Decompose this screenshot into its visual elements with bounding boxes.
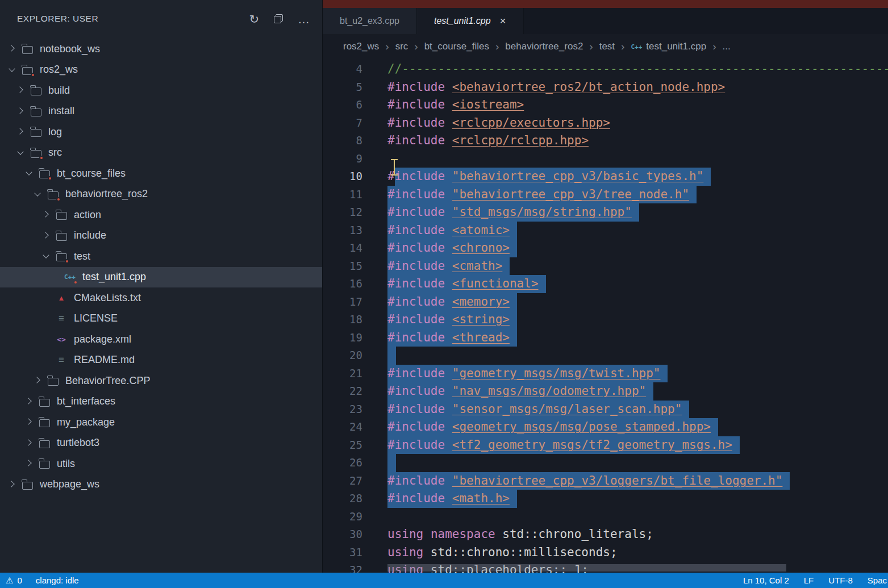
code-line-15[interactable]: 15#include <cmath> [323,257,888,276]
tree-file-LICENSE[interactable]: ≡LICENSE [0,308,322,330]
tree-folder-log[interactable]: log [0,122,322,143]
code-line-10[interactable]: 10#include "behaviortree_cpp_v3/basic_ty… [323,168,888,186]
code-line-14[interactable]: 14#include <chrono> [323,239,888,257]
code-line-4[interactable]: 4//-------------------------------------… [323,60,888,78]
eol-indicator[interactable]: LF [804,576,814,585]
code-line-7[interactable]: 7#include <rclcpp/executors.hpp> [323,114,888,132]
code-token: #include [387,331,445,344]
tree-file-README.md[interactable]: ≡README.md [0,350,322,371]
breadcrumb-item-ros2_ws[interactable]: ros2_ws [343,41,379,52]
code-line-28[interactable]: 28#include <math.h> [323,490,888,508]
line-number: 12 [323,203,362,222]
code-line-16[interactable]: 16#include <functional> [323,275,888,293]
code-token: <rclcpp/executors.hpp> [452,116,610,130]
breadcrumb-item-test_unit1.cpp[interactable]: C++test_unit1.cpp [631,41,706,52]
tree-file-CMakeLists.txt[interactable]: ▲CMakeLists.txt [0,287,322,308]
tree-folder-bt_course_files[interactable]: bt_course_files [0,163,322,184]
code-line-12[interactable]: 12#include "std_msgs/msg/string.hpp" [323,203,888,222]
code-line-30[interactable]: 30using namespace std::chrono_literals; [323,526,888,544]
code-line-25[interactable]: 25#include <tf2_geometry_msgs/tf2_geomet… [323,436,888,454]
selection-highlight: #include <thread> [387,329,517,347]
tree-folder-build[interactable]: build [0,80,322,101]
tree-folder-utils[interactable]: utils [0,453,322,474]
tree-file-test_unit1.cpp[interactable]: C++test_unit1.cpp [0,267,322,288]
code-token [445,420,452,433]
code-line-26[interactable]: 26 [323,454,888,472]
breadcrumb-item-behaviortree_ros2[interactable]: behaviortree_ros2 [505,41,583,52]
close-icon[interactable]: × [500,15,506,27]
more-actions-icon[interactable]: … [298,13,310,25]
code-line-27[interactable]: 27#include "behaviortree_cpp_v3/loggers/… [323,472,888,490]
tree-folder-notebook_ws[interactable]: notebook_ws [0,39,322,60]
tree-folder-ros2_ws[interactable]: ros2_ws [0,60,322,81]
duplicate-icon[interactable] [274,14,283,23]
breadcrumb-item-test[interactable]: test [599,41,615,52]
chevron-right-icon [7,479,18,490]
refresh-icon[interactable]: ↻ [249,13,259,25]
code-editor[interactable]: 4//-------------------------------------… [323,59,888,573]
tree-folder-include[interactable]: include [0,226,322,247]
tree-folder-src[interactable]: src [0,143,322,164]
warning-icon: ⚠ [6,576,13,586]
code-token: include [395,169,445,183]
tab-test_unit1.cpp[interactable]: test_unit1.cpp× [417,8,524,34]
code-line-21[interactable]: 21#include "geometry_msgs/msg/twist.hpp" [323,365,888,383]
line-number: 9 [323,150,362,168]
tree-folder-turtlebot3[interactable]: turtlebot3 [0,433,322,454]
code-line-18[interactable]: 18#include <string> [323,311,888,329]
tab-bt_u2_ex3.cpp[interactable]: bt_u2_ex3.cpp [323,8,417,34]
line-number: 14 [323,239,362,257]
chevron-down-icon [32,189,44,200]
line-number: 7 [323,114,362,132]
tree-folder-webpage_ws[interactable]: webpage_ws [0,474,322,495]
breadcrumb-item-...[interactable]: ... [722,41,730,52]
code-token: #include [387,223,445,237]
folder-shape [39,419,50,427]
code-token [445,223,452,237]
tree-folder-bt_interfaces[interactable]: bt_interfaces [0,391,322,412]
line-number: 17 [323,293,362,311]
code-line-19[interactable]: 19#include <thread> [323,329,888,347]
code-line-6[interactable]: 6#include <iostream> [323,96,888,114]
code-token: "geometry_msgs/msg/twist.hpp" [452,366,661,380]
horizontal-scrollbar[interactable] [387,564,786,572]
code-line-22[interactable]: 22#include "nav_msgs/msg/odometry.hpp" [323,382,888,401]
code-token [445,474,452,487]
line-content: #include <functional> [387,275,546,293]
code-line-31[interactable]: 31using std::chrono::milliseconds; [323,544,888,562]
tree-folder-test[interactable]: test [0,246,322,267]
code-line-29[interactable]: 29 [323,508,888,526]
xml-file-icon: <> [55,332,68,346]
line-number: 8 [323,132,362,150]
tree-folder-action[interactable]: action [0,205,322,226]
cursor-position[interactable]: Ln 10, Col 2 [743,576,789,585]
code-line-24[interactable]: 24#include <geometry_msgs/msg/pose_stamp… [323,418,888,436]
line-number: 30 [323,526,362,544]
chevron-spacer [41,355,52,366]
code-line-11[interactable]: 11#include "behaviortree_cpp_v3/tree_nod… [323,186,888,204]
language-server-status[interactable]: clangd: idle [36,576,79,585]
breadcrumb-item-src[interactable]: src [395,41,408,52]
code-line-23[interactable]: 23#include "sensor_msgs/msg/laser_scan.h… [323,401,888,419]
tree-file-package.xml[interactable]: <>package.xml [0,329,322,350]
code-token: <memory> [452,295,510,308]
breadcrumb-item-bt_course_files[interactable]: bt_course_files [424,41,489,52]
line-content: #include <memory> [387,293,517,311]
tree-folder-my_package[interactable]: my_package [0,412,322,433]
encoding-indicator[interactable]: UTF-8 [828,576,853,585]
indentation-indicator[interactable]: Spac [868,576,887,585]
tree-folder-install[interactable]: install [0,101,322,122]
code-line-5[interactable]: 5#include <behaviortree_ros2/bt_action_n… [323,78,888,97]
tree-folder-BehaviorTree.CPP[interactable]: BehaviorTree.CPP [0,370,322,391]
code-line-20[interactable]: 20 [323,347,888,365]
code-line-8[interactable]: 8#include <rclcpp/rclcpp.hpp> [323,132,888,150]
problems-indicator[interactable]: ⚠ 0 [6,576,22,586]
line-number: 31 [323,544,362,562]
code-line-17[interactable]: 17#include <memory> [323,293,888,311]
status-bar-right: Ln 10, Col 2 LF UTF-8 Spac [728,576,887,585]
tree-folder-behaviortree_ros2[interactable]: behaviortree_ros2 [0,184,322,205]
cpp-file-icon: C++ [631,44,642,50]
folder-icon [37,395,51,408]
code-line-9[interactable]: 9 [323,150,888,168]
code-line-13[interactable]: 13#include <atomic> [323,222,888,240]
